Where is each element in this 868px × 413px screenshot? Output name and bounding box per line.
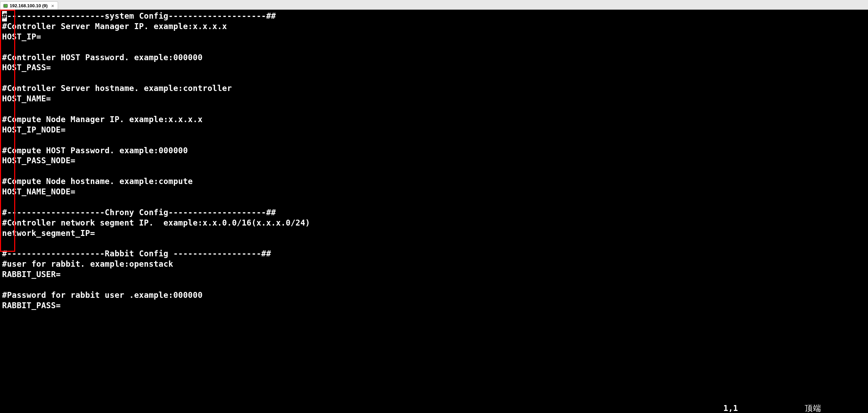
cursor-position: 1,1	[724, 403, 738, 413]
terminal-content: ##--------------------system Config-----…	[2, 11, 866, 311]
close-icon[interactable]: ×	[51, 3, 54, 9]
tab-label: 192.168.100.10 (9)	[10, 3, 48, 8]
svg-text:>_: >_	[4, 4, 7, 7]
terminal-icon: >_	[3, 3, 8, 8]
terminal-view[interactable]: ##--------------------system Config-----…	[0, 10, 868, 413]
tab-bar: >_ 192.168.100.10 (9) ×	[0, 0, 868, 10]
session-tab[interactable]: >_ 192.168.100.10 (9) ×	[0, 1, 58, 9]
file-position-indicator: 顶端	[805, 403, 821, 413]
